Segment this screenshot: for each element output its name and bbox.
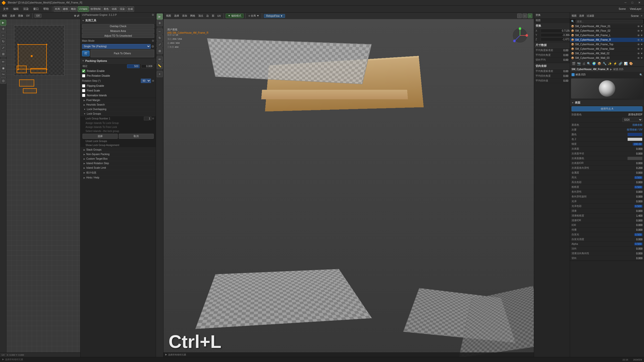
uv-editor-menu-select[interactable]: 选择 [9, 14, 16, 18]
prop-icon-object[interactable]: 📦 [597, 62, 602, 65]
pack-to-others-btn[interactable]: Pack To Others [91, 50, 154, 57]
visibility-icon-5[interactable]: 👁 [637, 48, 640, 51]
uv-editor-menu-view[interactable]: 视图 [1, 14, 8, 18]
viewport-select-menu[interactable]: 选择 [173, 14, 180, 18]
viewport-mesh-menu[interactable]: 网格 [189, 14, 196, 18]
island-scale-limit-header[interactable]: ▶ Island Scale Limit [80, 166, 156, 170]
lock-group-settings-icon[interactable]: ⚙ [152, 117, 154, 120]
viewport-edge-menu[interactable]: 边 [205, 14, 210, 18]
prop-icon-scene[interactable]: 🎬 [571, 62, 576, 65]
lock-groups-header[interactable]: ▼ Lock Groups [80, 112, 156, 116]
maximize-btn[interactable]: □ [629, 1, 635, 4]
hints-help-header[interactable]: ▶ Hints / Help [80, 175, 156, 180]
uv-editor-menu-uv[interactable]: UV [25, 14, 31, 17]
uv-tool-pinch[interactable]: ◎ [0, 78, 6, 84]
lock-icon-0[interactable]: ▼ [640, 25, 643, 28]
rotation-step-expand-icon[interactable]: ⚙ [152, 79, 154, 82]
uv-tool-relax[interactable]: 〜 [0, 71, 6, 77]
show-lock-group-assignment[interactable]: Show Lock Group Assignment [80, 143, 156, 147]
outliner-item-5[interactable]: 📦 SM_CyberHouse_4M_Frame_Stair 👁 ▼ [570, 47, 644, 51]
file-menu[interactable]: 文件 [1, 7, 11, 11]
navigation-gizmo[interactable]: X Y Z [511, 27, 529, 44]
packing-mode-select[interactable]: Single Tile (Packing) [82, 44, 151, 49]
packing-options-header[interactable]: ▼ Packing Options [80, 58, 156, 64]
workspace-rendering[interactable]: 渲染 [118, 6, 126, 12]
prop-icon-physics[interactable]: ⚡ [613, 62, 618, 65]
3d-tool-cursor[interactable]: ✛ [157, 20, 163, 26]
outliner-item-7[interactable]: 📦 SM_CyberHouse_4M_Wall_03 👁 ▼ [570, 56, 644, 60]
fixed-scale-row[interactable]: Fixed Scale [80, 88, 156, 93]
unset-lock-groups[interactable]: Unset Lock Groups [80, 139, 156, 143]
outliner-add-icon[interactable]: + [641, 14, 642, 18]
island-rotation-step-header[interactable]: ▶ Island Rotation Step [80, 161, 156, 166]
viewport-overlay-options[interactable]: ⊙ 全局 ▼ [247, 14, 260, 18]
outliner-item-4[interactable]: 📦 SM_CyberHouse_4M_Frame_Top 👁 ▼ [570, 42, 644, 47]
viewport-vertex-menu[interactable]: 顶点 [197, 14, 204, 18]
3d-viewport[interactable]: 视图 选择 添加 网格 顶点 边 面 UV ▼ 编辑模式 ⊙ 全局 ▼ Reto… [164, 13, 534, 357]
uv-tool-cursor[interactable]: ✛ [0, 26, 6, 32]
material-search-icon[interactable]: 🔍 [639, 73, 642, 76]
3d-tool-rotate[interactable]: ↻ [157, 35, 163, 41]
pack-button[interactable]: 打 [82, 51, 90, 56]
outliner-item-3[interactable]: 📦 SM_CyberHouse_4M_Frame_R 👁 ▼ [570, 38, 644, 42]
flipping-checkbox[interactable] [82, 84, 85, 87]
3d-tool-select[interactable]: ▶ [157, 14, 163, 20]
uv-pivot-icon[interactable]: ⊕ [74, 14, 76, 17]
edit-mode-selector[interactable]: ▼ 编辑模式 [226, 14, 244, 18]
statistics-header[interactable]: ▶ 统计信息 [80, 170, 156, 175]
margin-extra-input[interactable] [141, 64, 154, 68]
outliner-menu-filter[interactable]: 过滤器 [587, 14, 594, 18]
fixed-scale-checkbox[interactable] [82, 89, 85, 92]
surface-section-header[interactable]: ▼ 表面 [570, 100, 644, 106]
uv-tool-select[interactable]: ▶ [0, 20, 6, 26]
scene-selector[interactable]: Scene [617, 8, 627, 10]
heuristic-search-header[interactable]: ▶ Heuristic Search [80, 103, 156, 107]
uv-mode-selector[interactable]: UV [34, 14, 42, 18]
close-btn[interactable]: ✕ [636, 1, 642, 4]
workspace-animation[interactable]: 动画 [110, 6, 118, 12]
uv-tool-rotate[interactable]: ↻ [0, 38, 6, 44]
lock-icon-6[interactable]: ▼ [640, 52, 643, 55]
location-x-input[interactable]: 0.71358 m [541, 29, 570, 33]
location-y-input[interactable]: -3.3664 m [541, 33, 570, 37]
workspace-sculpt[interactable]: 雕刻 [70, 6, 77, 12]
rotation-enable-row[interactable]: Rotation Enable [80, 69, 156, 73]
viewport-uv-menu[interactable]: UV [216, 15, 222, 17]
pre-rotation-checkbox[interactable] [82, 74, 85, 77]
uv-tool-transform[interactable]: ⊞ [0, 51, 6, 57]
lock-icon-1[interactable]: ▼ [640, 29, 643, 32]
uv-tool-move[interactable]: ↔ [0, 32, 6, 38]
adjust-td-btn[interactable]: Adjust TD To Unselected [82, 34, 154, 38]
lock-icon-3[interactable]: ▼ [640, 38, 643, 41]
tools-section-header[interactable]: ▼ 实用工具 [80, 18, 156, 24]
subsurface-color-swatch[interactable] [627, 157, 642, 160]
margin-input[interactable] [127, 64, 140, 68]
minimize-btn[interactable]: ─ [623, 1, 629, 4]
normalize-islands-row[interactable]: Normalize Islands [80, 93, 156, 98]
workspace-uv[interactable]: UV编辑 [78, 6, 89, 12]
non-square-packing-header[interactable]: ▶ Non-Square Packing [80, 152, 156, 157]
render-menu[interactable]: 渲染 [21, 7, 31, 11]
uv-canvas-area[interactable] [7, 19, 80, 352]
rotation-step-select[interactable]: 90 45 30 15 [141, 79, 151, 83]
lock-icon-5[interactable]: ▼ [640, 48, 643, 51]
retopo-flow-btn[interactable]: RetopoFlow ▼ [264, 14, 285, 18]
uv-editor-menu-image[interactable]: 图像 [17, 14, 24, 18]
visibility-icon-7[interactable]: 👁 [637, 57, 640, 60]
prop-icon-material[interactable]: 🎨 [628, 62, 634, 65]
workspace-compositing[interactable]: 合成 [127, 6, 134, 12]
visibility-icon-1[interactable]: 👁 [637, 29, 640, 32]
packing-mode-expand-icon[interactable]: ⚙ [151, 45, 154, 48]
workspace-layout[interactable]: 布局 [54, 6, 61, 12]
outliner-menu-select[interactable]: 选择 [579, 14, 584, 18]
viewport-select-mode-face[interactable]: □ [528, 14, 532, 18]
prop-icon-data[interactable]: 📊 [623, 62, 628, 65]
help-menu[interactable]: 帮助 [41, 7, 51, 11]
normalize-islands-checkbox[interactable] [82, 94, 85, 97]
window-menu[interactable]: 窗口 [31, 7, 41, 11]
pre-rotation-row[interactable]: Pre-Rotation Disable [80, 73, 156, 78]
3d-tool-annotate[interactable]: ✏ [157, 56, 163, 62]
pixel-margin-header[interactable]: ▶ Pixel Margin [80, 98, 156, 103]
stack-groups-header[interactable]: ▶ Stack Groups [80, 148, 156, 152]
lock-group-number-input[interactable]: 1 [144, 117, 151, 120]
